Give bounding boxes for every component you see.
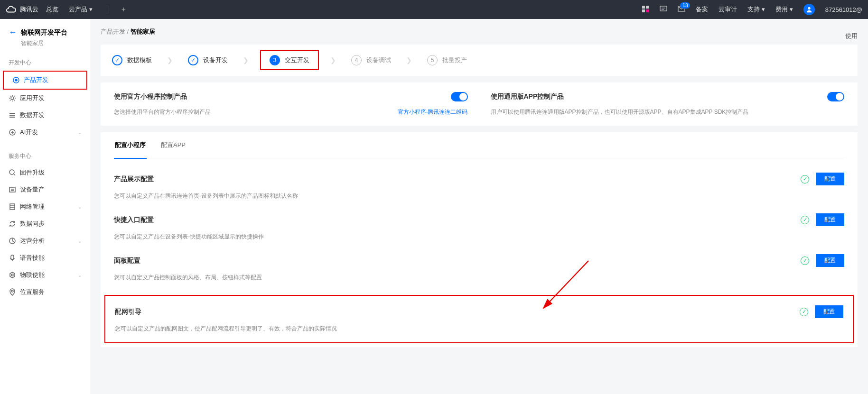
step-1[interactable]: ✓数据模板 bbox=[112, 55, 152, 65]
add-tab-button[interactable]: + bbox=[121, 5, 126, 14]
chevron-down-icon: ⌄ bbox=[78, 273, 82, 278]
svg-point-11 bbox=[9, 170, 14, 174]
sidebar-group-dev: 开发中心 bbox=[0, 47, 90, 71]
svg-rect-3 bbox=[646, 9, 649, 12]
section-desc: 您可以自定义产品在设备列表-快捷功能区域显示的快捷操作 bbox=[114, 233, 844, 241]
back-arrow-icon: ← bbox=[9, 27, 17, 37]
ok-badge-icon: ✓ bbox=[801, 257, 809, 265]
config-button-shortcut[interactable]: 配置 bbox=[816, 213, 844, 226]
mail-badge: 13 bbox=[680, 2, 690, 9]
step-label: 设备开发 bbox=[203, 56, 228, 64]
step-4[interactable]: 4设备调试 bbox=[351, 55, 391, 65]
step-5[interactable]: 5批量投产 bbox=[427, 55, 467, 65]
nav-beian[interactable]: 备案 bbox=[696, 5, 708, 14]
sidebar-item-app-dev[interactable]: 应用开发 bbox=[0, 90, 90, 107]
svg-point-6 bbox=[808, 7, 810, 9]
sidebar-item-device-mass[interactable]: 设备量产 bbox=[0, 181, 90, 198]
section-title: 配网引导 bbox=[115, 308, 141, 316]
data-dev-icon bbox=[9, 111, 16, 119]
back-button[interactable]: ← 物联网开发平台 bbox=[0, 27, 90, 37]
sub-tabs: 配置小程序 配置APP bbox=[114, 132, 844, 159]
sidebar-item-label: 网络管理 bbox=[20, 202, 45, 211]
svg-point-16 bbox=[11, 290, 13, 292]
sidebar-item-label: 产品开发 bbox=[24, 76, 48, 84]
ai-dev-icon bbox=[9, 128, 16, 136]
network-mgmt-icon bbox=[9, 203, 16, 211]
svg-point-15 bbox=[11, 274, 13, 276]
config-button-panel[interactable]: 配置 bbox=[816, 254, 844, 267]
sidebar-item-network-mgmt[interactable]: 网络管理⌄ bbox=[0, 198, 90, 215]
control-card: 使用官方小程序控制产品 您选择使用平台的官方小程序控制产品 官方小程序-腾讯连连… bbox=[101, 82, 858, 126]
svg-rect-4 bbox=[660, 6, 667, 11]
location-icon bbox=[9, 288, 16, 296]
section-title: 快捷入口配置 bbox=[114, 216, 154, 224]
ops-analytics-icon bbox=[9, 237, 16, 245]
breadcrumb-parent[interactable]: 产品开发 bbox=[101, 28, 125, 35]
breadcrumb-current: 智能家居 bbox=[131, 28, 155, 35]
tab-app[interactable]: 配置APP bbox=[160, 132, 187, 159]
sidebar-item-label: 数据开发 bbox=[20, 111, 45, 119]
chevron-right-icon: ❯ bbox=[243, 56, 249, 64]
firmware-icon bbox=[9, 169, 16, 176]
tab-miniprogram[interactable]: 配置小程序 bbox=[114, 132, 147, 159]
step-label: 设备调试 bbox=[366, 56, 391, 64]
nav-audit[interactable]: 云审计 bbox=[719, 5, 737, 14]
product-dev-icon bbox=[12, 76, 20, 84]
top-right-nav: 13 备案 云审计 支持 ▾ 费用 ▾ 872561012@ bbox=[642, 4, 862, 15]
steps-card: ✓数据模板❯✓设备开发❯3交互开发❯4设备调试❯5批量投产 bbox=[101, 45, 858, 76]
qr-link[interactable]: 官方小程序-腾讯连连二维码 bbox=[398, 108, 468, 116]
app-title: 使用通用版APP控制产品 bbox=[491, 92, 564, 101]
ok-badge-icon: ✓ bbox=[801, 216, 809, 224]
app-dev-icon bbox=[9, 94, 16, 102]
svg-rect-0 bbox=[642, 6, 645, 9]
top-navbar: 腾讯云 总览 云产品 ▾ + 13 备案 云审计 支持 ▾ 费用 ▾ 87256… bbox=[0, 0, 868, 19]
sidebar-item-firmware[interactable]: 固件升级 bbox=[0, 164, 90, 181]
step-2[interactable]: ✓设备开发 bbox=[188, 55, 228, 65]
step-number: ✓ bbox=[112, 55, 122, 65]
voice-skill-icon bbox=[9, 254, 16, 262]
svg-rect-2 bbox=[642, 9, 645, 12]
app-toggle[interactable] bbox=[827, 92, 844, 101]
user-avatar[interactable] bbox=[803, 4, 815, 15]
sidebar-item-iot-enable[interactable]: 物联使能⌄ bbox=[0, 266, 90, 284]
sidebar-item-ops-analytics[interactable]: 运营分析⌄ bbox=[0, 232, 90, 249]
sidebar-item-label: 固件升级 bbox=[20, 168, 45, 177]
nav-overview[interactable]: 总览 bbox=[46, 5, 58, 14]
nav-support[interactable]: 支持 ▾ bbox=[747, 5, 765, 14]
nav-products[interactable]: 云产品 ▾ bbox=[69, 5, 93, 14]
sidebar-item-product-dev[interactable]: 产品开发 bbox=[3, 71, 87, 90]
chevron-down-icon: ⌄ bbox=[78, 204, 82, 210]
sidebar-item-location[interactable]: 位置服务 bbox=[0, 284, 90, 301]
brand-logo[interactable]: 腾讯云 bbox=[6, 4, 38, 15]
config-card: 配置小程序 配置APP 产品展示配置✓配置您可以自定义产品在腾讯连连首页-设备列… bbox=[101, 132, 858, 347]
sidebar-item-voice-skill[interactable]: 语音技能 bbox=[0, 249, 90, 266]
sidebar-item-label: 语音技能 bbox=[20, 254, 45, 262]
nav-fee[interactable]: 费用 ▾ bbox=[775, 5, 793, 14]
sidebar-item-label: 运营分析 bbox=[20, 237, 45, 245]
step-number: 5 bbox=[427, 55, 438, 65]
usage-link[interactable]: 使用 bbox=[845, 32, 858, 40]
step-label: 数据模板 bbox=[127, 56, 152, 64]
step-3[interactable]: 3交互开发 bbox=[260, 50, 319, 70]
ok-badge-icon: ✓ bbox=[800, 308, 808, 316]
miniprogram-toggle[interactable] bbox=[451, 92, 468, 101]
user-id[interactable]: 872561012@ bbox=[825, 6, 862, 13]
section-title: 面板配置 bbox=[114, 257, 140, 265]
sidebar-item-ai-dev[interactable]: AI开发⌄ bbox=[0, 124, 90, 141]
chevron-right-icon: ❯ bbox=[167, 56, 173, 64]
main-content: 产品开发 / 智能家居 使用 ✓数据模板❯✓设备开发❯3交互开发❯4设备调试❯5… bbox=[90, 19, 868, 394]
section-panel: 面板配置✓配置您可以自定义产品控制面板的风格、布局、按钮样式等配置 bbox=[114, 254, 844, 282]
sidebar-item-data-dev[interactable]: 数据开发 bbox=[0, 107, 90, 124]
config-button-display[interactable]: 配置 bbox=[816, 173, 844, 185]
step-number: 4 bbox=[351, 55, 362, 65]
assist-icon[interactable] bbox=[660, 5, 667, 14]
iot-enable-icon bbox=[9, 271, 16, 279]
brand-text: 腾讯云 bbox=[20, 5, 38, 14]
grid-icon[interactable] bbox=[642, 5, 649, 14]
svg-point-9 bbox=[11, 97, 14, 100]
mail-icon[interactable]: 13 bbox=[678, 5, 685, 14]
sidebar-item-data-sync[interactable]: 数据同步 bbox=[0, 215, 90, 232]
section-desc: 您可以自定义产品控制面板的风格、布局、按钮样式等配置 bbox=[114, 274, 844, 282]
config-button-network[interactable]: 配置 bbox=[815, 305, 843, 318]
breadcrumb: 产品开发 / 智能家居 bbox=[101, 27, 155, 36]
